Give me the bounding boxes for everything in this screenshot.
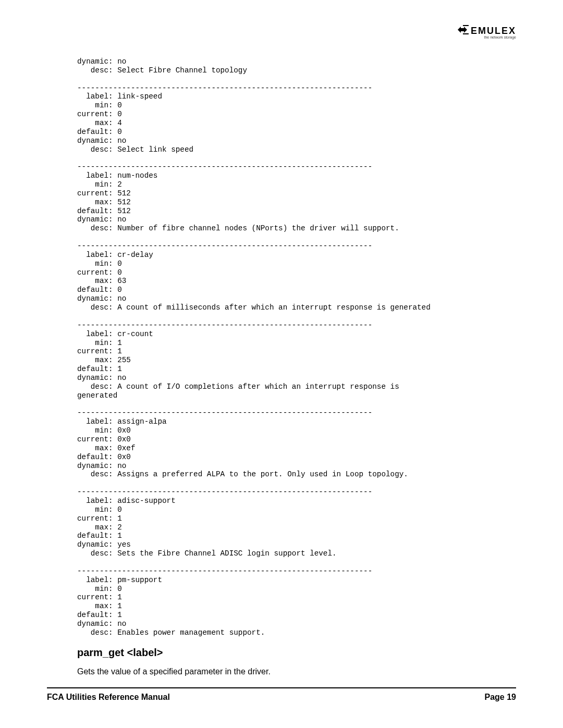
section-body: Gets the value of a specified parameter … [77, 667, 516, 676]
logo-text: EMULEX [471, 26, 516, 36]
page-footer: FCA Utilities Reference Manual Page 19 [47, 687, 516, 702]
parameter-listing: dynamic: no desc: Select Fibre Channel t… [77, 57, 516, 637]
brand-logo: EMULEX the network storage [458, 25, 516, 37]
footer-title: FCA Utilities Reference Manual [47, 693, 170, 702]
footer-page: Page 19 [485, 693, 516, 702]
logo-icon [458, 25, 469, 37]
section-heading: parm_get <label> [77, 647, 516, 659]
logo-tagline: the network storage [484, 35, 516, 39]
